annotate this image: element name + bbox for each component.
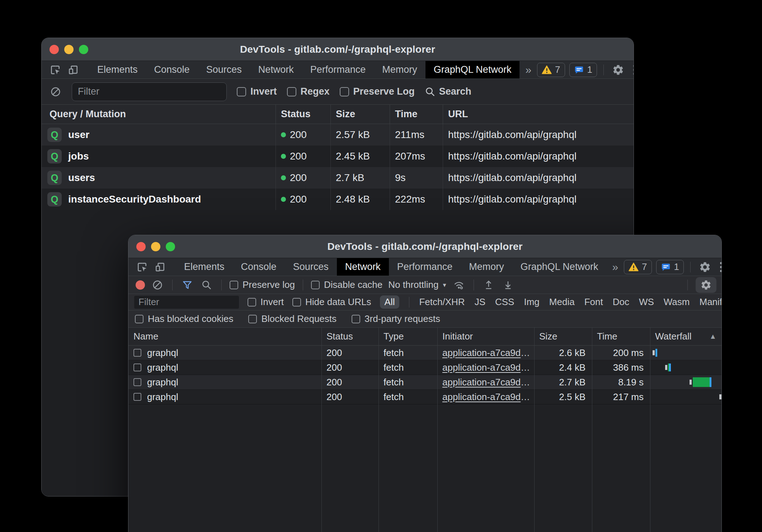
row-checkbox[interactable]	[133, 393, 141, 401]
tab-elements[interactable]: Elements	[176, 258, 233, 276]
table-row[interactable]: Qusers 200 2.7 kB 9s https://gitlab.com/…	[42, 167, 634, 189]
col-header-size[interactable]: Size	[330, 105, 390, 124]
network-settings-gear-icon[interactable]	[696, 277, 716, 293]
clear-icon[interactable]	[151, 278, 164, 292]
row-checkbox[interactable]	[133, 364, 141, 371]
tab-graphql-network[interactable]: GraphQL Network	[512, 258, 607, 276]
tab-console[interactable]: Console	[233, 258, 285, 276]
preserve-log-checkbox[interactable]	[230, 281, 238, 289]
table-row[interactable]: graphql 200 fetch application-a7ca9d0… 2…	[128, 375, 721, 390]
minimize-button[interactable]	[151, 242, 160, 251]
issues-badge[interactable]: 1	[656, 260, 684, 274]
col-header-time[interactable]: Time	[390, 105, 443, 124]
col-header-name[interactable]: Name	[128, 328, 321, 345]
more-options-icon[interactable]	[717, 262, 722, 272]
import-har-icon[interactable]	[482, 278, 495, 292]
tab-network[interactable]: Network	[337, 258, 389, 276]
record-button[interactable]	[136, 280, 145, 290]
col-header-url[interactable]: URL	[443, 105, 634, 124]
hide-data-urls-checkbox-group[interactable]: Hide data URLs	[292, 296, 371, 308]
type-filter-css[interactable]: CSS	[495, 296, 514, 308]
col-header-waterfall[interactable]: Waterfall ▲	[650, 328, 721, 345]
inspect-element-icon[interactable]	[134, 260, 150, 274]
clear-icon[interactable]	[50, 85, 62, 99]
invert-checkbox-group[interactable]: Invert	[248, 296, 284, 308]
third-party-requests-checkbox-group[interactable]: 3rd-party requests	[352, 313, 440, 324]
table-row[interactable]: Qjobs 200 2.45 kB 207ms https://gitlab.c…	[42, 146, 634, 167]
col-header-time[interactable]: Time	[592, 328, 650, 345]
type-filter-img[interactable]: Img	[524, 296, 539, 308]
tab-sources[interactable]: Sources	[285, 258, 337, 276]
blocked-requests-checkbox-group[interactable]: Blocked Requests	[248, 313, 337, 324]
table-row[interactable]: QinstanceSecurityDashboard 200 2.48 kB 2…	[42, 189, 634, 210]
regex-checkbox[interactable]	[287, 87, 296, 96]
row-checkbox[interactable]	[133, 378, 141, 386]
col-header-size[interactable]: Size	[534, 328, 592, 345]
initiator-link[interactable]: application-a7ca9d0…	[442, 377, 534, 388]
table-row[interactable]: graphql 200 fetch application-a7ca9d0… 2…	[128, 390, 721, 404]
type-filter-media[interactable]: Media	[549, 296, 575, 308]
tab-memory[interactable]: Memory	[461, 258, 512, 276]
close-button[interactable]	[50, 45, 59, 54]
invert-checkbox[interactable]	[248, 298, 256, 307]
type-filter-js[interactable]: JS	[475, 296, 485, 308]
network-filter-input[interactable]	[134, 296, 239, 309]
more-tabs-icon[interactable]: »	[606, 258, 624, 276]
type-filter-manifest[interactable]: Manifest	[700, 296, 722, 308]
type-filter-font[interactable]: Font	[584, 296, 603, 308]
table-row[interactable]: graphql 200 fetch application-a7ca9d0… 2…	[128, 346, 721, 360]
col-header-status[interactable]: Status	[276, 105, 330, 124]
tab-network[interactable]: Network	[250, 61, 302, 79]
filter-input[interactable]	[72, 82, 227, 101]
initiator-link[interactable]: application-a7ca9d0…	[442, 362, 534, 373]
tab-performance[interactable]: Performance	[302, 61, 374, 79]
minimize-button[interactable]	[64, 45, 74, 54]
warnings-badge[interactable]: 7	[624, 260, 652, 274]
disable-cache-checkbox-group[interactable]: Disable cache	[311, 279, 382, 290]
hide-data-urls-checkbox[interactable]	[292, 298, 301, 307]
type-filter-doc[interactable]: Doc	[613, 296, 629, 308]
disable-cache-checkbox[interactable]	[311, 281, 320, 289]
table-row[interactable]: Quser 200 2.57 kB 211ms https://gitlab.c…	[42, 124, 634, 146]
titlebar[interactable]: DevTools - gitlab.com/-/graphql-explorer	[42, 38, 634, 61]
more-options-icon[interactable]	[630, 65, 634, 75]
blocked-requests-checkbox[interactable]	[248, 315, 257, 323]
close-button[interactable]	[136, 242, 146, 251]
initiator-link[interactable]: application-a7ca9d0…	[442, 347, 534, 358]
col-header-type[interactable]: Type	[378, 328, 437, 345]
inspect-element-icon[interactable]	[47, 63, 63, 77]
tab-console[interactable]: Console	[146, 61, 198, 79]
zoom-button[interactable]	[166, 242, 175, 251]
col-header-query-mutation[interactable]: Query / Mutation	[42, 105, 276, 124]
invert-checkbox-group[interactable]: Invert	[237, 86, 277, 97]
third-party-requests-checkbox[interactable]	[352, 315, 360, 323]
issues-badge[interactable]: 1	[569, 63, 597, 77]
tab-graphql-network[interactable]: GraphQL Network	[425, 61, 520, 79]
throttling-select[interactable]: No throttling ▾	[388, 279, 446, 290]
search-icon[interactable]	[200, 278, 213, 292]
has-blocked-cookies-checkbox-group[interactable]: Has blocked cookies	[135, 313, 233, 324]
tab-elements[interactable]: Elements	[89, 61, 146, 79]
search-button[interactable]: Search	[425, 86, 471, 97]
filter-funnel-icon[interactable]	[180, 278, 194, 292]
preserve-log-checkbox-group[interactable]: Preserve log	[230, 279, 295, 290]
warnings-badge[interactable]: 7	[537, 63, 565, 77]
regex-checkbox-group[interactable]: Regex	[287, 86, 330, 97]
has-blocked-cookies-checkbox[interactable]	[135, 315, 144, 323]
network-conditions-icon[interactable]	[452, 278, 466, 292]
col-header-initiator[interactable]: Initiator	[437, 328, 534, 345]
preserve-log-checkbox[interactable]	[340, 87, 349, 96]
more-tabs-icon[interactable]: »	[519, 61, 537, 79]
zoom-button[interactable]	[79, 45, 88, 54]
type-filter-wasm[interactable]: Wasm	[664, 296, 690, 308]
settings-gear-icon[interactable]	[610, 63, 626, 77]
tab-performance[interactable]: Performance	[389, 258, 461, 276]
col-header-status[interactable]: Status	[321, 328, 378, 345]
tab-memory[interactable]: Memory	[374, 61, 425, 79]
tab-sources[interactable]: Sources	[198, 61, 250, 79]
row-checkbox[interactable]	[133, 349, 141, 357]
table-row[interactable]: graphql 200 fetch application-a7ca9d0… 2…	[128, 360, 721, 375]
export-har-icon[interactable]	[501, 278, 515, 292]
invert-checkbox[interactable]	[237, 87, 246, 96]
settings-gear-icon[interactable]	[697, 260, 713, 274]
